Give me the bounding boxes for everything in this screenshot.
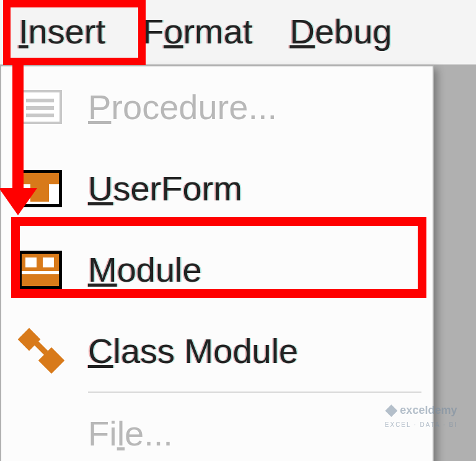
menu-insert[interactable]: Insert [0, 0, 124, 64]
file-icon-empty [12, 410, 68, 457]
dropdown-module[interactable]: Module [1, 229, 433, 310]
menu-debug[interactable]: Debug [271, 0, 410, 64]
background-panel [434, 65, 476, 461]
dropdown-userform[interactable]: UserForm [1, 148, 433, 229]
menu-format[interactable]: Format [124, 0, 271, 64]
watermark-sub: EXCEL · DATA · BI [385, 421, 457, 428]
menubar: Insert Format Debug [0, 0, 476, 65]
watermark-text: exceldemy [400, 404, 457, 416]
userform-icon [12, 165, 68, 212]
menu-debug-rest: ebug [315, 12, 392, 51]
classmodule-icon [12, 328, 68, 374]
dropdown-classmodule[interactable]: Class Module [1, 310, 433, 392]
dropdown-procedure: Procedure... [1, 66, 433, 148]
insert-dropdown: Procedure... UserForm Module Class Modul… [0, 65, 434, 461]
watermark-logo-icon [385, 405, 397, 417]
menu-format-rest: rmat [183, 12, 252, 51]
dropdown-file: File... [1, 393, 433, 461]
watermark: exceldemy EXCEL · DATA · BI [385, 404, 457, 430]
procedure-icon [12, 84, 68, 130]
module-icon [12, 246, 68, 293]
menu-insert-rest: nsert [29, 12, 106, 51]
